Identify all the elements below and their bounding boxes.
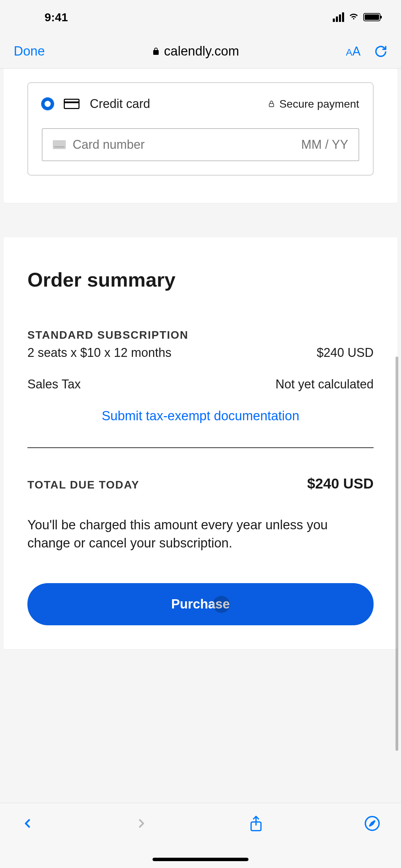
status-indicators bbox=[333, 11, 380, 23]
touch-indicator bbox=[213, 596, 230, 613]
safari-button[interactable] bbox=[364, 815, 380, 832]
total-label: TOTAL DUE TODAY bbox=[27, 479, 139, 491]
home-indicator[interactable] bbox=[153, 858, 248, 861]
svg-rect-0 bbox=[269, 104, 274, 107]
seats-amount: $240 USD bbox=[317, 346, 374, 360]
share-button[interactable] bbox=[248, 815, 264, 834]
purchase-button[interactable]: Purchase bbox=[27, 583, 374, 625]
text-size-button[interactable]: AA bbox=[346, 44, 361, 59]
charge-note: You'll be charged this amount every year… bbox=[27, 516, 374, 552]
status-bar: 9:41 bbox=[0, 0, 401, 34]
battery-icon bbox=[363, 13, 380, 21]
browser-header: Done calendly.com AA bbox=[0, 34, 401, 69]
tax-value: Not yet calculated bbox=[276, 377, 374, 391]
lock-icon bbox=[152, 47, 160, 56]
done-button[interactable]: Done bbox=[14, 44, 45, 59]
card-expiry-input[interactable] bbox=[287, 137, 348, 152]
secure-payment-label: Secure payment bbox=[268, 98, 359, 110]
order-summary-section: Order summary STANDARD SUBSCRIPTION 2 se… bbox=[3, 237, 398, 649]
url-bar[interactable]: calendly.com bbox=[152, 44, 239, 59]
card-input-container bbox=[42, 128, 359, 161]
padlock-icon bbox=[268, 99, 275, 108]
url-text: calendly.com bbox=[164, 44, 239, 59]
payment-method-label: Credit card bbox=[90, 97, 150, 111]
back-button[interactable] bbox=[21, 815, 34, 832]
subscription-label: STANDARD SUBSCRIPTION bbox=[27, 329, 374, 341]
status-time: 9:41 bbox=[21, 11, 68, 24]
summary-divider bbox=[27, 447, 374, 448]
seats-detail: 2 seats x $10 x 12 months bbox=[27, 346, 171, 360]
reload-icon[interactable] bbox=[374, 45, 387, 58]
subscription-line-item: 2 seats x $10 x 12 months $240 USD bbox=[27, 346, 374, 360]
payment-method-box: Credit card Secure payment bbox=[27, 82, 374, 176]
credit-card-icon bbox=[64, 99, 80, 109]
forward-button[interactable] bbox=[135, 815, 148, 832]
credit-card-radio[interactable] bbox=[42, 98, 53, 110]
wifi-icon bbox=[348, 11, 359, 23]
card-small-icon bbox=[53, 140, 66, 149]
order-summary-title: Order summary bbox=[27, 268, 374, 291]
svg-marker-3 bbox=[369, 821, 375, 826]
payment-section: Credit card Secure payment bbox=[3, 69, 398, 203]
cellular-signal-icon bbox=[333, 12, 344, 22]
total-value: $240 USD bbox=[307, 475, 374, 492]
card-number-input[interactable] bbox=[73, 137, 280, 152]
total-row: TOTAL DUE TODAY $240 USD bbox=[27, 475, 374, 492]
tax-line-item: Sales Tax Not yet calculated bbox=[27, 377, 374, 391]
tax-exempt-link[interactable]: Submit tax-exempt documentation bbox=[27, 409, 374, 423]
tax-label: Sales Tax bbox=[27, 377, 81, 391]
scrollbar[interactable] bbox=[396, 357, 398, 751]
